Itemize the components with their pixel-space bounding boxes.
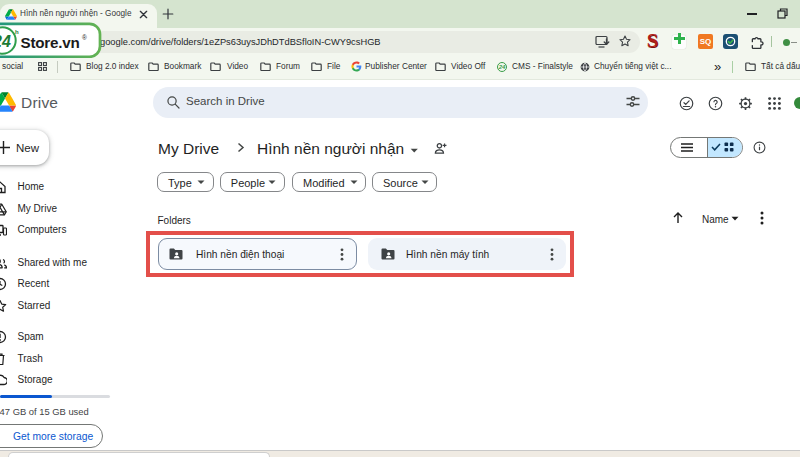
svg-text:®: ® (82, 34, 87, 41)
svg-text:h: h (15, 29, 19, 35)
svg-text:24: 24 (0, 33, 11, 50)
svg-text:Store.vn: Store.vn (21, 34, 80, 51)
